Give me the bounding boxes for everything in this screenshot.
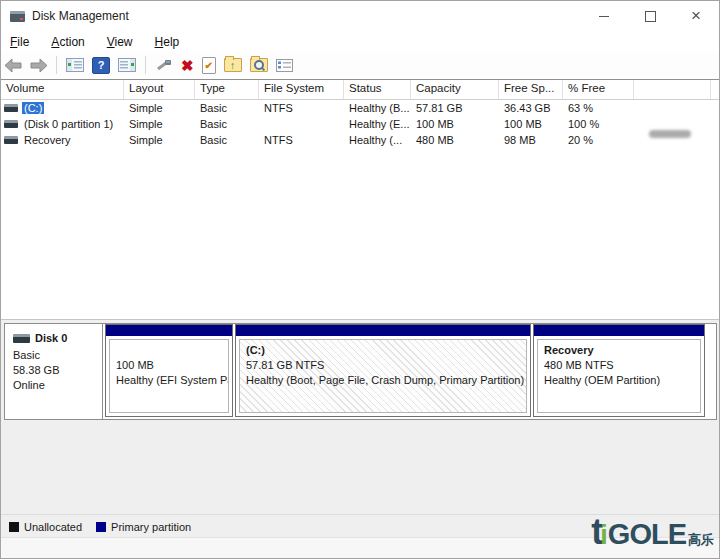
pct-free-cell: 20 %: [563, 134, 634, 146]
capacity-cell: 480 MB: [411, 134, 499, 146]
volume-cell: Recovery: [1, 134, 124, 146]
open-folder-button[interactable]: ↑: [221, 54, 245, 76]
window-title: Disk Management: [32, 9, 129, 23]
close-button[interactable]: ×: [673, 1, 719, 31]
menu-action[interactable]: Action: [51, 35, 84, 49]
menu-bar: FileActionViewHelp: [1, 31, 719, 52]
volume-label: (C:): [22, 102, 44, 114]
legend-label: Unallocated: [24, 521, 82, 533]
status-cell: Healthy (B...: [344, 102, 411, 114]
column-header-type[interactable]: Type: [195, 80, 259, 99]
volume-cell: (C:): [1, 102, 124, 114]
volume-table-header: VolumeLayoutTypeFile SystemStatusCapacit…: [1, 80, 719, 100]
pct-free-cell: 100 %: [563, 118, 634, 130]
partition-body: 100 MBHealthy (EFI System Pa: [109, 339, 229, 413]
toolbar-separator: [145, 56, 146, 74]
type-cell: Basic: [195, 102, 259, 114]
column-header-free[interactable]: % Free: [563, 80, 634, 99]
explore-folder-button[interactable]: [247, 54, 271, 76]
open-folder-icon: ↑: [224, 58, 242, 72]
partition-color-bar: [236, 325, 530, 336]
disk0-info-panel[interactable]: Disk 0 Basic 58.38 GB Online: [5, 324, 103, 419]
volume-icon: [4, 104, 18, 112]
help-icon: ?: [92, 57, 110, 74]
volume-row-1[interactable]: (Disk 0 partition 1)SimpleBasicHealthy (…: [1, 116, 719, 132]
pct-free-cell: 63 %: [563, 102, 634, 114]
disk-icon: [13, 334, 30, 343]
column-header-file-system[interactable]: File System: [259, 80, 344, 99]
legend-label: Primary partition: [111, 521, 191, 533]
partition-efi[interactable]: 100 MBHealthy (EFI System Pa: [105, 324, 233, 417]
disk-size: 58.38 GB: [13, 363, 102, 378]
partition-c[interactable]: (C:)57.81 GB NTFSHealthy (Boot, Page Fil…: [235, 324, 531, 417]
partition-recovery[interactable]: Recovery480 MB NTFSHealthy (OEM Partitio…: [533, 324, 705, 417]
partition-color-bar: [534, 325, 704, 336]
volume-list-pane: VolumeLayoutTypeFile SystemStatusCapacit…: [1, 79, 719, 319]
maximize-button[interactable]: [627, 1, 673, 31]
check-document-button[interactable]: ✔: [199, 54, 219, 76]
properties-button[interactable]: [273, 54, 296, 76]
action-pane-icon: [118, 58, 136, 72]
column-header-status[interactable]: Status: [344, 80, 411, 99]
volume-row-0[interactable]: (C:)SimpleBasicNTFSHealthy (B...57.81 GB…: [1, 100, 719, 116]
free-space-cell: 100 MB: [499, 118, 563, 130]
partition-color-bar: [106, 325, 232, 336]
console-tree-icon: [66, 58, 84, 72]
column-header-capacity[interactable]: Capacity: [411, 80, 499, 99]
minimize-button[interactable]: [581, 1, 627, 31]
volume-label: (Disk 0 partition 1): [22, 118, 115, 130]
minimize-icon: [599, 16, 609, 17]
help-button[interactable]: ?: [89, 54, 113, 76]
volume-icon: [4, 120, 18, 128]
partition-status-line: Healthy (OEM Partition): [544, 373, 698, 388]
close-icon: ×: [691, 6, 701, 26]
toolbar-separator: [56, 56, 57, 74]
back-button[interactable]: [2, 54, 25, 76]
explore-folder-icon: [250, 58, 268, 72]
partition-body: Recovery480 MB NTFSHealthy (OEM Partitio…: [537, 339, 701, 413]
menu-view[interactable]: View: [107, 35, 133, 49]
status-cell: Healthy (...: [344, 134, 411, 146]
show-action-pane-button[interactable]: [115, 54, 139, 76]
logo-letter-i: i: [600, 522, 608, 549]
higole-watermark: t i GOLE 高乐: [591, 514, 714, 550]
column-header-free-sp[interactable]: Free Sp...: [499, 80, 563, 99]
disk-management-icon: [10, 11, 25, 22]
menu-file[interactable]: File: [10, 35, 29, 49]
status-cell: Healthy (E...: [344, 118, 411, 130]
delete-volume-button[interactable]: ✖: [178, 54, 197, 76]
legend-swatch: [9, 522, 19, 532]
layout-cell: Simple: [124, 102, 195, 114]
capacity-cell: 100 MB: [411, 118, 499, 130]
legend-item-unallocated: Unallocated: [9, 521, 82, 533]
file-system-cell: NTFS: [259, 102, 344, 114]
volume-row-2[interactable]: RecoverySimpleBasicNTFSHealthy (...480 M…: [1, 132, 719, 148]
disk-type: Basic: [13, 348, 102, 363]
logo-cjk-text: 高乐: [688, 533, 714, 546]
properties-icon: [276, 59, 293, 72]
caption-controls: ×: [581, 1, 719, 31]
type-cell: Basic: [195, 134, 259, 146]
maximize-icon: [645, 11, 656, 22]
disk-management-window: Disk Management × FileActionViewHelp ?: [0, 0, 720, 559]
logo-text: GOLE: [608, 520, 686, 549]
wand-tool-button[interactable]: [152, 54, 176, 76]
type-cell: Basic: [195, 118, 259, 130]
column-header-volume[interactable]: Volume: [1, 80, 124, 99]
file-system-cell: NTFS: [259, 134, 344, 146]
disk-name: Disk 0: [35, 331, 67, 346]
redacted-watermark: [649, 130, 691, 138]
magnifier-icon: [254, 60, 264, 70]
show-console-tree-button[interactable]: [63, 54, 87, 76]
forward-button[interactable]: [27, 54, 50, 76]
layout-cell: Simple: [124, 134, 195, 146]
partition-name: (C:): [246, 343, 524, 358]
graphical-view-pane: Disk 0 Basic 58.38 GB Online 100 MBHealt…: [1, 319, 719, 515]
volume-table-body: (C:)SimpleBasicNTFSHealthy (B...57.81 GB…: [1, 100, 719, 148]
partition-size-line: 100 MB: [116, 358, 226, 373]
menu-help[interactable]: Help: [155, 35, 180, 49]
toolbar: ? ✖ ✔ ↑: [1, 52, 719, 78]
wand-icon: [155, 58, 173, 72]
volume-label: Recovery: [22, 134, 72, 146]
column-header-layout[interactable]: Layout: [124, 80, 195, 99]
